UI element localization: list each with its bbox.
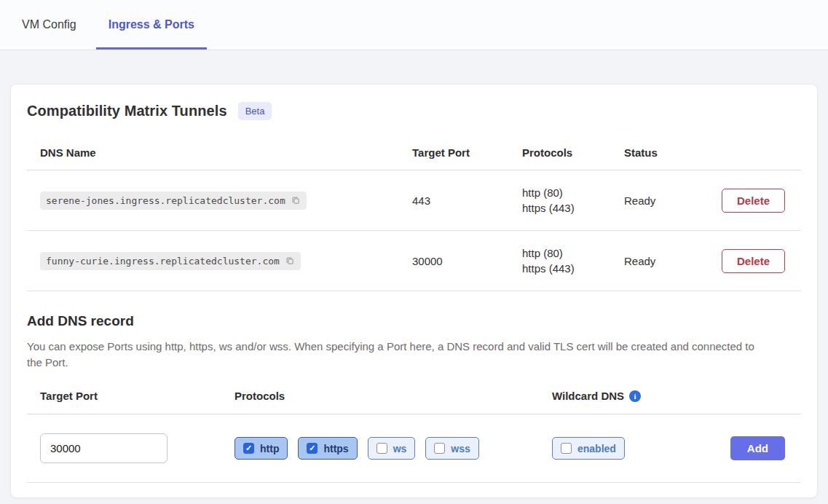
protocols-cell: http (80) https (443)	[522, 185, 624, 216]
add-button[interactable]: Add	[730, 436, 785, 460]
tab-ingress-ports[interactable]: Ingress & Ports	[96, 0, 207, 50]
protocols-cell: http (80) https (443)	[522, 245, 624, 276]
form-header-protocols: Protocols	[234, 390, 552, 402]
target-port-value: 30000	[412, 255, 522, 267]
col-header-dns-name: DNS Name	[40, 146, 412, 159]
delete-button[interactable]: Delete	[722, 189, 785, 213]
tab-bar: VM Config Ingress & Ports	[0, 0, 828, 50]
col-header-protocols: Protocols	[522, 146, 624, 159]
checkbox-box	[243, 443, 254, 454]
add-dns-form-row: http https ws wss enabled Add	[27, 414, 801, 482]
checkbox-box	[376, 443, 387, 454]
table-row: serene-jones.ingress.replicatedcluster.c…	[27, 170, 801, 231]
checkbox-ws[interactable]: ws	[368, 437, 416, 460]
copy-icon[interactable]	[285, 256, 295, 266]
checkbox-https[interactable]: https	[298, 437, 357, 460]
dns-name-pill: serene-jones.ingress.replicatedcluster.c…	[40, 192, 307, 210]
beta-badge: Beta	[238, 102, 272, 120]
col-header-status: Status	[624, 146, 711, 159]
tunnels-table-header: DNS Name Target Port Protocols Status	[27, 135, 801, 170]
checkbox-box	[434, 443, 445, 454]
card-title: Compatibility Matrix Tunnels	[27, 103, 227, 119]
add-dns-record-title: Add DNS record	[27, 313, 801, 329]
dns-name-text: serene-jones.ingress.replicatedcluster.c…	[46, 195, 285, 206]
protocol-checkbox-group: http https ws wss	[234, 437, 552, 460]
add-dns-record-description: You can expose Ports using http, https, …	[27, 339, 770, 371]
dns-name-text: funny-curie.ingress.replicatedcluster.co…	[46, 256, 280, 267]
card-title-row: Compatibility Matrix Tunnels Beta	[27, 102, 801, 120]
copy-icon[interactable]	[291, 195, 301, 205]
tunnels-card: Compatibility Matrix Tunnels Beta DNS Na…	[10, 84, 818, 498]
checkbox-wss[interactable]: wss	[425, 437, 478, 460]
form-header-target-port: Target Port	[40, 390, 234, 402]
target-port-value: 443	[412, 194, 522, 207]
col-header-target-port: Target Port	[412, 146, 522, 159]
status-value: Ready	[624, 194, 711, 207]
dns-name-pill: funny-curie.ingress.replicatedcluster.co…	[40, 252, 301, 270]
checkbox-box	[561, 443, 572, 454]
checkbox-http[interactable]: http	[234, 437, 288, 460]
form-header-wildcard-dns: Wildcard DNS	[552, 390, 624, 402]
bottom-divider	[27, 482, 801, 483]
info-icon[interactable]: i	[629, 390, 641, 402]
target-port-input[interactable]	[40, 433, 167, 463]
status-value: Ready	[624, 255, 711, 267]
table-row: funny-curie.ingress.replicatedcluster.co…	[27, 231, 801, 291]
checkbox-wildcard-enabled[interactable]: enabled	[552, 437, 625, 460]
add-dns-form-header: Target Port Protocols Wildcard DNS i	[27, 390, 801, 414]
checkbox-box	[307, 443, 318, 454]
delete-button[interactable]: Delete	[722, 249, 785, 273]
tab-vm-config[interactable]: VM Config	[22, 0, 76, 50]
